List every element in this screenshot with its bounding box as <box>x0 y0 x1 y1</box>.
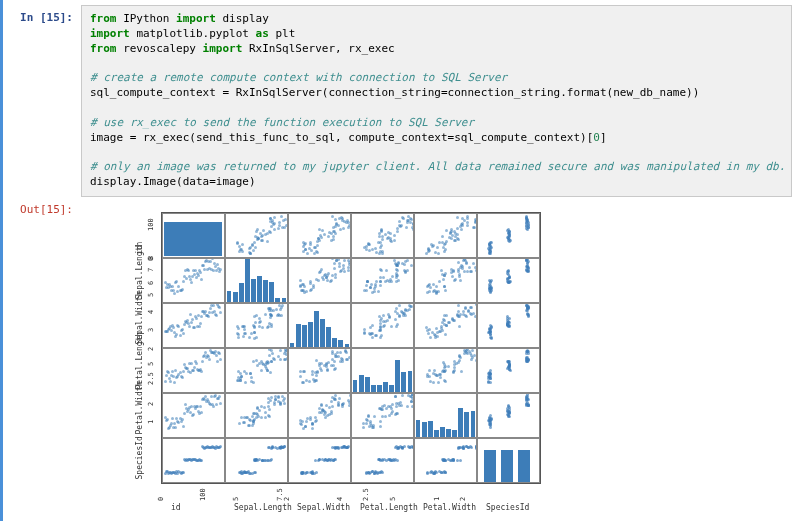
y-tick: 8 <box>147 256 155 260</box>
output-prompt: Out[15]: <box>11 197 81 512</box>
x-tick: 1 <box>433 497 441 501</box>
y-tick: 1 <box>147 420 155 424</box>
scatter-panel <box>351 303 414 348</box>
y-axis-label: SpeciesId <box>135 437 144 480</box>
x-tick: 4 <box>336 497 344 501</box>
scatter-panel <box>477 213 540 258</box>
y-tick: 2 <box>147 401 155 405</box>
kw-from: from <box>90 12 117 25</box>
scatter-panel <box>288 393 351 438</box>
name: display <box>222 12 268 25</box>
comment: # use rx_exec to send the function execu… <box>90 116 474 129</box>
x-axis-label: id <box>171 503 181 512</box>
y-tick: 5 <box>147 361 155 365</box>
scatter-panel <box>162 438 225 483</box>
scatter-panel <box>351 258 414 303</box>
code-area[interactable]: from IPython import display import matpl… <box>81 5 792 197</box>
x-axis-label: Sepal.Width <box>297 503 350 512</box>
scatter-panel <box>351 393 414 438</box>
scatter-panel <box>477 303 540 348</box>
scatter-panel <box>225 393 288 438</box>
stmt: ] <box>600 131 607 144</box>
y-tick: 6 <box>147 281 155 285</box>
scatter-panel <box>162 393 225 438</box>
y-tick: 2 <box>147 347 155 351</box>
scatter-panel <box>414 438 477 483</box>
output-cell: Out[15]: id0100Sepal.Length5678Sepal.Wid… <box>3 197 800 512</box>
x-axis-labels: id0100Sepal.Length57.5Sepal.Width24Petal… <box>161 487 539 517</box>
mod: IPython <box>123 12 169 25</box>
scatter-panel <box>288 258 351 303</box>
mod: revoscalepy <box>123 42 196 55</box>
x-axis-label: Sepal.Length <box>234 503 292 512</box>
diag-panel <box>414 393 477 438</box>
scatter-panel <box>288 438 351 483</box>
stmt: image = rx_exec(send_this_func_to_sql, c… <box>90 131 593 144</box>
x-tick: 5 <box>232 497 240 501</box>
scatter-panel <box>162 258 225 303</box>
diag-panel <box>225 258 288 303</box>
x-axis-label: Petal.Width <box>423 503 476 512</box>
names: RxInSqlServer, rx_exec <box>249 42 395 55</box>
y-tick: 3 <box>147 328 155 332</box>
scatter-panel <box>288 348 351 393</box>
notebook: In [15]: from IPython import display imp… <box>0 0 800 521</box>
diag-panel <box>351 348 414 393</box>
scatter-panel <box>351 213 414 258</box>
stmt: display.Image(data=image) <box>90 175 256 188</box>
scatter-panel <box>225 303 288 348</box>
alias: plt <box>275 27 295 40</box>
kw-import: import <box>203 42 243 55</box>
x-axis-label: Petal.Length <box>360 503 418 512</box>
y-tick: 4 <box>147 309 155 313</box>
plot-grid <box>161 212 541 484</box>
comment: # create a remote compute context with c… <box>90 71 507 84</box>
kw-as: as <box>256 27 269 40</box>
scatter-panel <box>351 438 414 483</box>
y-axis-labels: id0100Sepal.Length5678Sepal.Width234Peta… <box>121 212 161 482</box>
stmt: sql_compute_context = RxInSqlServer(conn… <box>90 86 699 99</box>
x-tick: 2.5 <box>362 488 370 501</box>
scatter-panel <box>162 303 225 348</box>
x-tick: 2 <box>459 497 467 501</box>
kw-from: from <box>90 42 117 55</box>
kw-import: import <box>90 27 130 40</box>
x-tick: 2 <box>283 497 291 501</box>
output-area: id0100Sepal.Length5678Sepal.Width234Peta… <box>81 197 792 512</box>
input-cell: In [15]: from IPython import display imp… <box>3 5 800 197</box>
y-tick: 100 <box>147 218 155 231</box>
scatter-panel <box>225 213 288 258</box>
num: 0 <box>593 131 600 144</box>
comment: # only an image was returned to my jupyt… <box>90 160 785 173</box>
input-prompt: In [15]: <box>11 5 81 197</box>
diag-panel <box>288 303 351 348</box>
y-tick: 7 <box>147 268 155 272</box>
diag-panel <box>477 438 540 483</box>
kw-import: import <box>176 12 216 25</box>
scatter-panel <box>414 258 477 303</box>
scatter-panel <box>288 213 351 258</box>
scatter-panel <box>477 348 540 393</box>
y-axis-label: Petal.Width <box>135 382 144 435</box>
scatter-panel <box>414 303 477 348</box>
x-tick: 0 <box>157 497 165 501</box>
diag-panel <box>162 213 225 258</box>
scatter-panel <box>414 348 477 393</box>
y-tick: 2.5 <box>147 372 155 385</box>
x-axis-label: SpeciesId <box>486 503 529 512</box>
pairplot: id0100Sepal.Length5678Sepal.Width234Peta… <box>121 212 551 512</box>
y-tick: 5 <box>147 293 155 297</box>
mod: matplotlib.pyplot <box>136 27 249 40</box>
x-tick: 5 <box>389 497 397 501</box>
scatter-panel <box>477 258 540 303</box>
scatter-panel <box>477 393 540 438</box>
scatter-panel <box>225 438 288 483</box>
scatter-panel <box>225 348 288 393</box>
x-tick: 100 <box>199 488 207 501</box>
scatter-panel <box>414 213 477 258</box>
scatter-panel <box>162 348 225 393</box>
